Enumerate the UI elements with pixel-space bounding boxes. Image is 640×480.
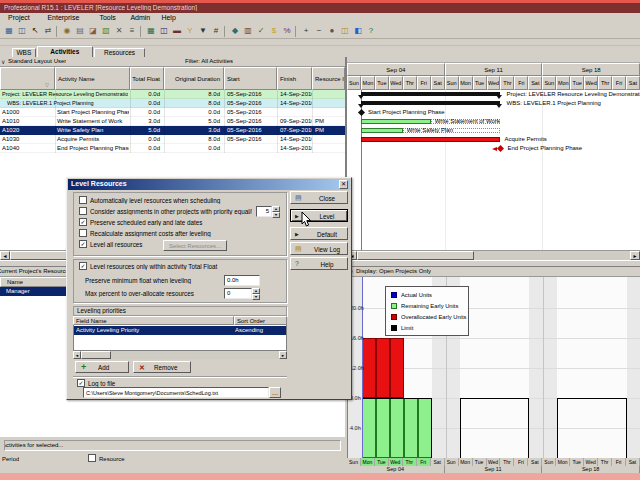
trace-logic-icon[interactable]: ◫ (16, 25, 28, 37)
gantt-day-header[interactable]: Sat (626, 76, 640, 90)
snapshot-icon[interactable]: ◉ (61, 25, 73, 37)
finish-milestone-diamond[interactable] (497, 145, 504, 152)
column-header-Total Float[interactable]: Total Float (130, 67, 164, 90)
add-row-icon[interactable]: ▤ (74, 25, 86, 37)
gantt-day-header[interactable]: Mon (556, 76, 570, 90)
gantt-day-header[interactable]: Thr (598, 76, 612, 90)
dialog-checkbox[interactable] (79, 196, 87, 204)
table-row[interactable]: WBS: LEVELER.1 Project Planning0.0d8.0d0… (0, 99, 345, 108)
schedule-icon[interactable]: ▦ (145, 25, 157, 37)
gantt-day-header[interactable]: Fri (612, 76, 626, 90)
copy-icon[interactable]: ◪ (87, 25, 99, 37)
gantt-day-header[interactable]: Mon (459, 76, 473, 90)
priorities-row[interactable]: Activity Leveling PriorityAscending (74, 326, 286, 335)
table-row[interactable]: A1000Start Project Planning Phase0.0d0.0… (0, 108, 345, 117)
gantt-day-header[interactable]: Mon (361, 76, 375, 90)
add-button[interactable]: +Add (75, 361, 129, 373)
dialog-field-input[interactable]: 0 (224, 288, 252, 299)
remove-button[interactable]: ✕Remove (133, 361, 191, 373)
gantt-day-header[interactable]: Fri (417, 76, 431, 90)
organize-icon[interactable]: ≡ (126, 25, 138, 37)
task-bar[interactable] (361, 119, 431, 124)
gantt-week-header[interactable]: Sep 04 (347, 63, 445, 76)
tab-activities[interactable]: Activities (37, 46, 93, 57)
column-header-Finish[interactable]: Finish (277, 67, 312, 90)
help-icon[interactable]: ? (365, 25, 377, 37)
menu-tools[interactable]: Tools (97, 14, 117, 21)
dialog-checkbox[interactable] (79, 207, 87, 215)
delete-icon[interactable]: ✕ (113, 25, 125, 37)
column-header-Start[interactable]: Start (224, 67, 277, 90)
link-icon[interactable]: ⇄ (42, 25, 54, 37)
table-row[interactable]: A1020Write Safety Plan5.0d3.0d05-Sep-201… (0, 126, 345, 135)
group-sort-icon[interactable]: ▼ (197, 25, 209, 37)
tab-wbs[interactable]: WBS (12, 48, 36, 57)
menu-admin[interactable]: Admin (128, 14, 152, 21)
gantt-icon[interactable]: ▬ (171, 25, 183, 37)
gantt-day-header[interactable]: Thr (403, 76, 417, 90)
reports-icon[interactable]: ▥ (242, 25, 254, 37)
column-header-Resource IDs[interactable]: Resource IDs (312, 67, 345, 90)
priority-spinner-input[interactable]: 5 (256, 206, 272, 217)
table-row[interactable]: Project: LEVELER Resource Leveling Demon… (0, 90, 345, 99)
priorities-column-header[interactable]: Field Name (73, 316, 234, 325)
dialog-checkbox[interactable] (79, 229, 87, 237)
gantt-day-header[interactable]: Sat (431, 76, 445, 90)
scroll-thumb[interactable] (81, 351, 111, 359)
paste-icon[interactable]: ▧ (100, 25, 112, 37)
scroll-left-arrow[interactable]: ◄ (73, 351, 81, 359)
gantt-day-header[interactable]: Wed (584, 76, 598, 90)
table-row[interactable]: A1010Write Statement of Work3.0d5.0d05-S… (0, 117, 345, 126)
columns-icon[interactable]: ◫ (158, 25, 170, 37)
gantt-day-header[interactable]: Wed (487, 76, 501, 90)
gantt-week-header[interactable]: Sep 11 (445, 63, 543, 76)
total-float-checkbox[interactable]: ✓ (79, 262, 87, 270)
start-milestone-diamond[interactable] (358, 109, 365, 116)
browse-button[interactable]: … (269, 387, 281, 398)
close-button[interactable]: ▤Close (290, 191, 348, 204)
log-to-file-checkbox[interactable]: ✓ (77, 379, 85, 387)
filter-icon[interactable]: Y (184, 25, 196, 37)
select-resources-button[interactable]: Select Resources... (163, 240, 227, 251)
spinner-down-icon[interactable]: ▼ (252, 294, 260, 300)
gantt-day-header[interactable]: Sun (445, 76, 459, 90)
zoom-in-icon[interactable]: + (300, 25, 312, 37)
column-header-Original Duration[interactable]: Original Duration (164, 67, 224, 90)
table-row[interactable]: A1030Acquire Permits0.0d8.0d05-Sep-20161… (0, 135, 345, 144)
dialog-field-input[interactable]: 0.0h (224, 275, 260, 286)
default-button[interactable]: ▶Default (290, 227, 348, 240)
spinner-down-icon[interactable]: ▼ (272, 212, 280, 218)
gantt-summary-bar[interactable] (361, 92, 501, 96)
critical-task-bar[interactable] (361, 137, 501, 142)
progress-icon[interactable]: ✓ (255, 25, 267, 37)
scroll-thumb[interactable] (357, 251, 474, 260)
gantt-week-header[interactable]: Sep 18 (542, 63, 640, 76)
column-header-id[interactable]: ▽ (0, 67, 55, 90)
gantt-horizontal-scrollbar[interactable]: ◄► (347, 250, 640, 260)
menu-project[interactable]: Project (6, 14, 32, 21)
zoom-out-icon[interactable]: − (313, 25, 325, 37)
gantt-day-header[interactable]: Tue (473, 76, 487, 90)
gantt-day-header[interactable]: Tue (570, 76, 584, 90)
table-row[interactable]: A1040End Project Planning Phase0.0d0.0d1… (0, 144, 345, 153)
pointer-icon[interactable]: ↖ (29, 25, 41, 37)
help-button[interactable]: ?Help (290, 257, 348, 270)
scroll-right-arrow[interactable]: ► (630, 251, 640, 260)
column-header-Activity Name[interactable]: Activity Name (55, 67, 130, 90)
timescale-icon[interactable]: ◫ (339, 25, 351, 37)
log-file-path-input[interactable]: C:\Users\Steve Montgomery\Documents\Sche… (83, 387, 269, 398)
gantt-summary-bar[interactable] (361, 101, 501, 105)
global-change-icon[interactable]: % (281, 25, 293, 37)
zoom-fit-icon[interactable]: ● (326, 25, 338, 37)
gantt-day-header[interactable]: Sat (528, 76, 542, 90)
gantt-day-header[interactable]: Wed (389, 76, 403, 90)
dialog-checkbox[interactable]: ✓ (79, 218, 87, 226)
split-icon[interactable]: ◧ (352, 25, 364, 37)
tab-resources[interactable]: Resources (94, 48, 145, 57)
gantt-day-header[interactable]: Tue (375, 76, 389, 90)
dialog-checkbox[interactable]: ✓ (79, 240, 87, 248)
scroll-left-arrow[interactable]: ◄ (0, 251, 10, 260)
resources-icon[interactable]: ◆ (229, 25, 241, 37)
scroll-right-arrow[interactable]: ► (279, 351, 287, 359)
line-number-icon[interactable]: # (210, 25, 222, 37)
